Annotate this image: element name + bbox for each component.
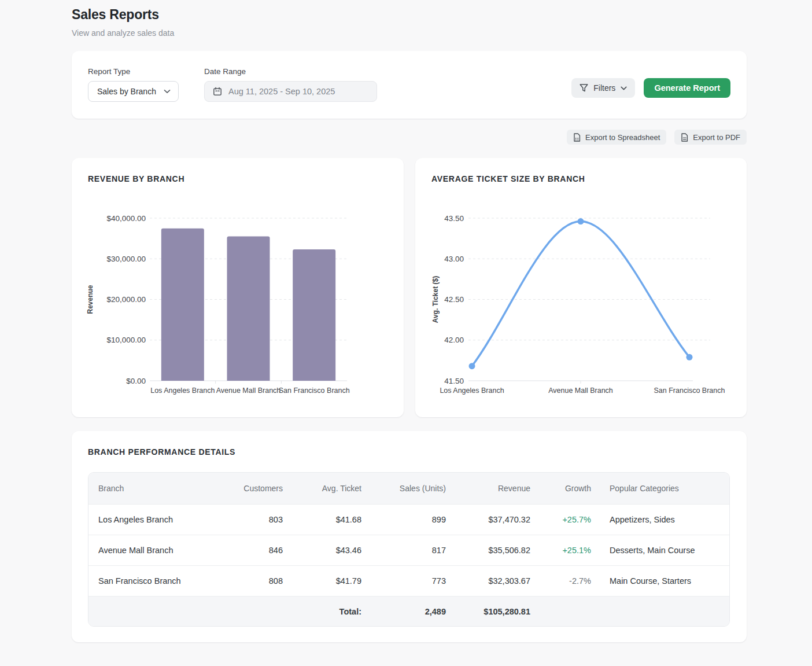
- x-category-label: Avenue Mall Branch: [216, 387, 281, 395]
- x-category-label: San Francisco Branch: [279, 387, 350, 395]
- y-axis-title: Revenue: [86, 285, 94, 314]
- filters-button-label: Filters: [593, 83, 615, 93]
- y-tick-label: $10,000.00: [106, 336, 146, 344]
- cell-branch: Avenue Mall Branch: [88, 546, 233, 555]
- filter-fields: Report Type Sales by Branch Date Range A…: [88, 67, 377, 102]
- y-tick-label: 42.00: [444, 336, 464, 344]
- date-range-value: Aug 11, 2025 - Sep 10, 2025: [228, 87, 335, 96]
- total-sales-units: 2,489: [371, 607, 455, 616]
- cell-revenue: $32,303.67: [455, 576, 540, 586]
- avg-ticket-line: [472, 222, 689, 366]
- generate-report-button[interactable]: Generate Report: [644, 78, 730, 98]
- main-content: Sales Reports View and analyze sales dat…: [72, 0, 747, 642]
- y-tick-label: 43.50: [444, 214, 464, 223]
- x-category-label: San Francisco Branch: [654, 387, 725, 395]
- charts-section: REVENUE BY BRANCH $0.00$10,000.00$20,000…: [72, 158, 747, 417]
- cell-avg-ticket: $41.79: [292, 576, 371, 586]
- cell-growth: -2.7%: [540, 576, 600, 586]
- filters-button[interactable]: Filters: [571, 78, 635, 98]
- cell-customers: 808: [233, 576, 292, 586]
- revenue-chart-title: REVENUE BY BRANCH: [88, 174, 184, 183]
- cell-customers: 846: [233, 546, 292, 555]
- pdf-file-icon: [681, 133, 688, 142]
- cell-popular-categories: Desserts, Main Course: [600, 546, 730, 555]
- cell-avg-ticket: $43.46: [292, 546, 371, 555]
- avg-ticket-line-chart-svg: 41.5042.0042.5043.0043.50Los Angeles Bra…: [415, 194, 739, 402]
- cell-sales-units: 899: [371, 515, 455, 524]
- avg-ticket-line-chart: 41.5042.0042.5043.0043.50Los Angeles Bra…: [415, 194, 739, 404]
- y-tick-label: $40,000.00: [106, 214, 146, 223]
- calendar-icon: [213, 87, 222, 96]
- cell-branch: Los Angeles Branch: [88, 515, 233, 524]
- cell-popular-categories: Appetizers, Sides: [600, 515, 730, 524]
- cell-growth: +25.7%: [540, 515, 600, 524]
- bar-los-angeles-branch[interactable]: [161, 229, 204, 381]
- cell-sales-units: 773: [371, 576, 455, 586]
- filter-funnel-icon: [580, 84, 588, 92]
- table-row: Los Angeles Branch803$41.68899$37,470.32…: [88, 504, 729, 535]
- avg-ticket-chart-title: AVERAGE TICKET SIZE BY BRANCH: [431, 174, 585, 183]
- column-header-popular-categories: Popular Categories: [600, 484, 730, 493]
- revenue-bar-chart: $0.00$10,000.00$20,000.00$30,000.00$40,0…: [72, 194, 396, 404]
- export-pdf-label: Export to PDF: [693, 133, 740, 142]
- report-filter-panel: Report Type Sales by Branch Date Range A…: [72, 51, 747, 119]
- export-spreadsheet-label: Export to Spreadsheet: [585, 133, 660, 142]
- total-label: Total:: [292, 607, 371, 616]
- point-los-angeles-branch[interactable]: [469, 363, 475, 369]
- column-header-revenue: Revenue: [455, 484, 540, 493]
- table-header-row: BranchCustomersAvg. TicketSales (Units)R…: [88, 473, 729, 504]
- cell-popular-categories: Main Course, Starters: [600, 576, 730, 586]
- page-header: Sales Reports View and analyze sales dat…: [72, 7, 747, 38]
- y-tick-label: $0.00: [126, 377, 146, 385]
- table-total-row: Total:2,489$105,280.81: [88, 596, 729, 626]
- column-header-avg-ticket: Avg. Ticket: [292, 484, 371, 493]
- y-tick-label: 43.00: [444, 255, 464, 263]
- spreadsheet-file-icon: [573, 133, 581, 142]
- cell-avg-ticket: $41.68: [292, 515, 371, 524]
- cell-revenue: $37,470.32: [455, 515, 540, 524]
- y-tick-label: 42.50: [444, 295, 464, 304]
- chevron-down-icon: [164, 89, 171, 94]
- bar-avenue-mall-branch[interactable]: [227, 237, 270, 381]
- y-tick-label: 41.50: [444, 377, 464, 385]
- x-category-label: Los Angeles Branch: [150, 387, 215, 395]
- branch-performance-table: BranchCustomersAvg. TicketSales (Units)R…: [88, 472, 730, 627]
- revenue-by-branch-card: REVENUE BY BRANCH $0.00$10,000.00$20,000…: [72, 158, 404, 417]
- y-tick-label: $20,000.00: [106, 295, 146, 304]
- x-category-label: Avenue Mall Branch: [548, 387, 613, 395]
- column-header-customers: Customers: [233, 484, 292, 493]
- table-row: Avenue Mall Branch846$43.46817$35,506.82…: [88, 535, 729, 565]
- branch-performance-card: BRANCH PERFORMANCE DETAILS BranchCustome…: [72, 431, 747, 642]
- date-range-input[interactable]: Aug 11, 2025 - Sep 10, 2025: [204, 81, 377, 102]
- cell-branch: San Francisco Branch: [88, 576, 233, 586]
- export-actions: Export to Spreadsheet Export to PDF: [72, 130, 747, 145]
- cell-revenue: $35,506.82: [455, 546, 540, 555]
- cell-growth: +25.1%: [540, 546, 600, 555]
- y-tick-label: $30,000.00: [106, 255, 146, 263]
- export-pdf-button[interactable]: Export to PDF: [674, 130, 747, 145]
- avg-ticket-by-branch-card: AVERAGE TICKET SIZE BY BRANCH 41.5042.00…: [415, 158, 747, 417]
- bar-san-francisco-branch[interactable]: [293, 249, 335, 381]
- report-type-select[interactable]: Sales by Branch: [88, 81, 179, 102]
- date-range-label: Date Range: [204, 67, 377, 76]
- page-title: Sales Reports: [72, 7, 747, 23]
- column-header-growth: Growth: [540, 484, 600, 493]
- chevron-down-icon: [621, 86, 627, 90]
- revenue-bar-chart-svg: $0.00$10,000.00$20,000.00$30,000.00$40,0…: [72, 194, 396, 402]
- report-type-label: Report Type: [88, 67, 179, 76]
- column-header-branch: Branch: [88, 484, 233, 493]
- y-axis-title: Avg. Ticket ($): [431, 276, 440, 323]
- export-spreadsheet-button[interactable]: Export to Spreadsheet: [567, 130, 666, 145]
- report-type-value: Sales by Branch: [97, 87, 156, 96]
- table-row: San Francisco Branch808$41.79773$32,303.…: [88, 565, 729, 596]
- page-subtitle: View and analyze sales data: [72, 28, 747, 38]
- cell-customers: 803: [233, 515, 292, 524]
- column-header-sales-units-: Sales (Units): [371, 484, 455, 493]
- point-san-francisco-branch[interactable]: [686, 354, 693, 360]
- report-type-field: Report Type Sales by Branch: [88, 67, 179, 102]
- table-title: BRANCH PERFORMANCE DETAILS: [88, 447, 730, 457]
- x-category-label: Los Angeles Branch: [440, 387, 504, 395]
- point-avenue-mall-branch[interactable]: [578, 218, 584, 225]
- date-range-field: Date Range Aug 11, 2025 - Sep 10, 2025: [204, 67, 377, 102]
- total-revenue: $105,280.81: [455, 607, 540, 616]
